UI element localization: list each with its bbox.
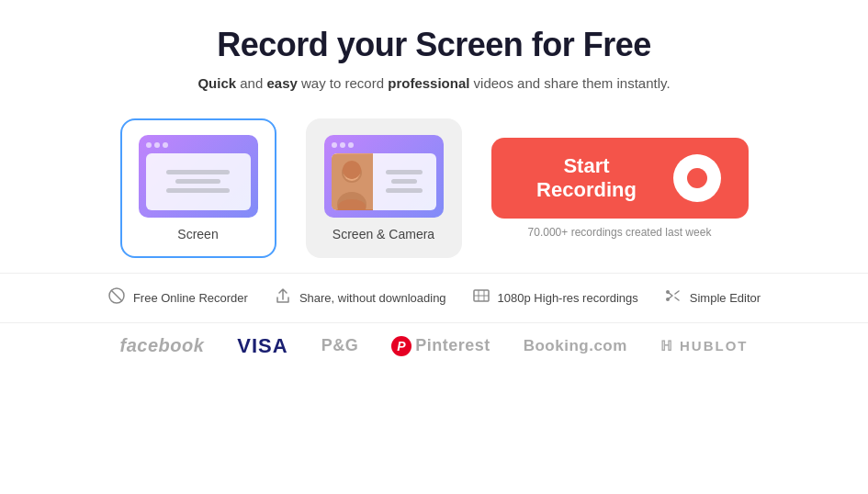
cam-line-1 <box>386 170 423 174</box>
recorder-icon <box>107 286 126 309</box>
pinterest-label: Pinterest <box>415 336 490 355</box>
cam-dot1 <box>332 142 337 148</box>
subtitle-professional: professional <box>388 75 469 91</box>
brand-visa: VISA <box>237 334 287 358</box>
editor-label: Simple Editor <box>690 291 761 305</box>
brand-pg: P&G <box>321 336 359 355</box>
editor-icon <box>664 286 682 309</box>
pinterest-logo: P <box>391 336 411 356</box>
start-recording-button[interactable]: Start Recording <box>491 138 749 219</box>
feature-recorder: Free Online Recorder <box>107 286 248 309</box>
start-recording-label: Start Recording <box>519 154 655 202</box>
hires-label: 1080p High-res recordings <box>498 291 638 305</box>
hublot-symbol: ℍ <box>660 338 680 354</box>
features-bar: Free Online Recorder Share, without down… <box>0 273 868 322</box>
hires-icon <box>472 286 490 309</box>
camera-browser-dots <box>332 142 436 148</box>
face-svg <box>332 154 373 209</box>
share-label: Share, without downloading <box>299 291 446 305</box>
camera-browser-body <box>332 153 436 210</box>
dot1 <box>146 142 152 148</box>
recordings-count: 70.000+ recordings created last week <box>528 226 712 239</box>
record-icon-circle <box>673 154 721 202</box>
screen-camera-label: Screen & Camera <box>333 227 434 241</box>
feature-hires: 1080p High-res recordings <box>472 286 638 309</box>
line-bar-3 <box>166 188 230 193</box>
header-section: Record your Screen for Free Quick and ea… <box>179 0 688 109</box>
option-screen-camera[interactable]: Screen & Camera <box>306 118 462 258</box>
page-title: Record your Screen for Free <box>197 26 670 64</box>
dot3 <box>163 142 168 148</box>
browser-dots <box>146 142 251 148</box>
screen-icon <box>139 135 258 218</box>
dot2 <box>154 142 160 148</box>
camera-lines <box>373 153 436 210</box>
brand-pinterest: P Pinterest <box>391 336 490 356</box>
feature-editor: Simple Editor <box>664 286 761 309</box>
subtitle-quick: Quick <box>197 75 236 91</box>
svg-line-5 <box>111 290 122 301</box>
camera-icon <box>324 135 444 218</box>
cam-dot2 <box>340 142 345 148</box>
option-screen[interactable]: Screen <box>120 118 276 258</box>
line-bar-2 <box>175 179 220 184</box>
brand-hublot: ℍ HUBLOT <box>660 338 749 354</box>
cam-line-2 <box>391 179 418 184</box>
svg-point-3 <box>344 164 360 181</box>
brand-booking: Booking.com <box>524 337 627 355</box>
brands-bar: facebook VISA P&G P Pinterest Booking.co… <box>0 322 868 369</box>
cam-dot3 <box>348 142 354 148</box>
person-face <box>332 153 373 210</box>
subtitle-easy: easy <box>266 75 297 91</box>
brand-facebook: facebook <box>119 335 204 356</box>
browser-body <box>146 153 251 210</box>
svg-point-10 <box>666 290 670 294</box>
subtitle: Quick and easy way to record professiona… <box>197 73 670 95</box>
share-icon <box>274 286 292 309</box>
cam-line-3 <box>386 188 423 193</box>
recorder-label: Free Online Recorder <box>133 291 248 305</box>
svg-point-11 <box>666 298 670 301</box>
feature-share: Share, without downloading <box>274 286 446 309</box>
line-bar-1 <box>166 170 230 174</box>
record-dot <box>687 168 707 188</box>
screen-label: Screen <box>177 227 218 241</box>
recording-section: Start Recording 70.000+ recordings creat… <box>491 138 749 239</box>
options-section: Screen <box>120 109 749 273</box>
hublot-label: HUBLOT <box>680 338 749 354</box>
